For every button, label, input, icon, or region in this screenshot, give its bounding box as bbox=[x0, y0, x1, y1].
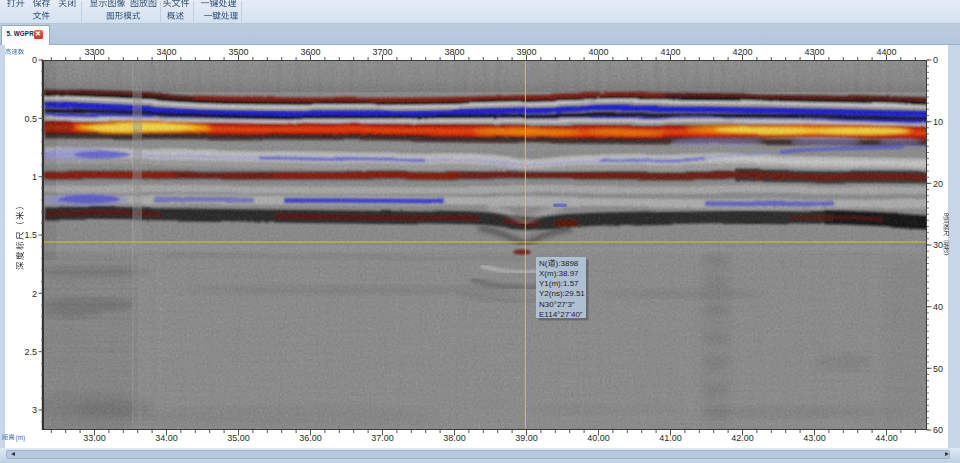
svg-text:E114°27’40”: E114°27’40” bbox=[539, 310, 583, 319]
svg-text:36.00: 36.00 bbox=[299, 433, 322, 443]
svg-text:(m): (m) bbox=[16, 434, 26, 442]
svg-text:4200: 4200 bbox=[732, 47, 752, 57]
svg-text:2.5: 2.5 bbox=[24, 347, 37, 357]
svg-text:20: 20 bbox=[933, 179, 943, 189]
svg-text:40.00: 40.00 bbox=[587, 433, 610, 443]
svg-text:38.00: 38.00 bbox=[443, 433, 466, 443]
svg-text:4300: 4300 bbox=[804, 47, 824, 57]
svg-text:35.00: 35.00 bbox=[227, 433, 250, 443]
svg-text:30: 30 bbox=[933, 240, 943, 250]
svg-text:1: 1 bbox=[32, 172, 37, 182]
svg-text:10: 10 bbox=[933, 117, 943, 127]
svg-text:3900: 3900 bbox=[516, 47, 536, 57]
svg-text:2: 2 bbox=[32, 289, 37, 299]
svg-text:3700: 3700 bbox=[372, 47, 392, 57]
svg-text:4000: 4000 bbox=[588, 47, 608, 57]
svg-text:44.00: 44.00 bbox=[875, 433, 898, 443]
svg-text:41.00: 41.00 bbox=[659, 433, 682, 443]
svg-text:33.00: 33.00 bbox=[83, 433, 106, 443]
svg-text:):3898: ):3898 bbox=[556, 259, 579, 268]
svg-text:0.5: 0.5 bbox=[24, 114, 37, 124]
svg-text:3400: 3400 bbox=[156, 47, 176, 57]
svg-text:3600: 3600 bbox=[300, 47, 320, 57]
svg-text:3300: 3300 bbox=[84, 47, 104, 57]
svg-text:N30°27’3”: N30°27’3” bbox=[539, 300, 575, 309]
svg-text:0: 0 bbox=[933, 55, 938, 65]
svg-text:Y2(ns):29.51: Y2(ns):29.51 bbox=[539, 289, 585, 298]
svg-text:3800: 3800 bbox=[444, 47, 464, 57]
svg-text:1.5: 1.5 bbox=[24, 230, 37, 240]
svg-text:37.00: 37.00 bbox=[371, 433, 394, 443]
svg-text:3: 3 bbox=[32, 405, 37, 415]
svg-text:Y1(m):1.57: Y1(m):1.57 bbox=[539, 279, 579, 288]
svg-text:42.00: 42.00 bbox=[731, 433, 754, 443]
svg-text:4400: 4400 bbox=[876, 47, 896, 57]
svg-text:40: 40 bbox=[933, 302, 943, 312]
svg-text:60: 60 bbox=[933, 425, 943, 435]
svg-text:3500: 3500 bbox=[228, 47, 248, 57]
svg-text:34.00: 34.00 bbox=[155, 433, 178, 443]
svg-text:50: 50 bbox=[933, 364, 943, 374]
svg-text:N(: N( bbox=[539, 259, 548, 268]
svg-text:X(m):38.97: X(m):38.97 bbox=[539, 269, 579, 278]
svg-text:0: 0 bbox=[32, 55, 37, 65]
svg-text:4100: 4100 bbox=[660, 47, 680, 57]
svg-text:39.00: 39.00 bbox=[515, 433, 538, 443]
svg-text:43.00: 43.00 bbox=[803, 433, 826, 443]
